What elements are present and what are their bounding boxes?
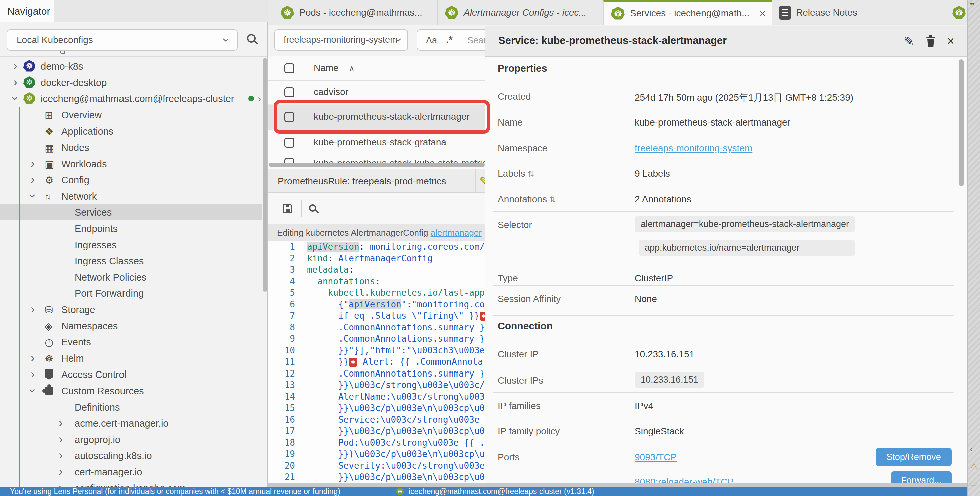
chevron-collapsed-icon[interactable]: ›	[31, 157, 35, 170]
code-line[interactable]: 6 {"apiVersion":"monitoring.coreos.com/v…	[268, 299, 485, 311]
chevron-collapsed-icon[interactable]: ›	[13, 60, 18, 72]
chevron-collapsed-icon[interactable]: ›	[59, 482, 63, 486]
service-name[interactable]: kube-prometheus-stack-grafana	[314, 137, 446, 148]
select-all-checkbox[interactable]	[285, 64, 294, 73]
close-icon[interactable]: ×	[947, 34, 954, 48]
sidebar-item-network[interactable]: ›↑↓Network	[0, 188, 262, 204]
tab-navigator[interactable]: Navigator	[0, 0, 54, 22]
sidebar-item-endpoints[interactable]: Endpoints	[0, 220, 262, 237]
yaml-editor[interactable]: 1apiVersion: monitoring.coreos.com/v12ki…	[268, 241, 485, 486]
sidebar-item-access-control[interactable]: ›Access Control	[0, 366, 262, 383]
chevron-collapsed-icon[interactable]: ›	[31, 304, 35, 315]
sidebar-item-acme-cert-manager-io[interactable]: ›acme.cert-manager.io	[0, 415, 262, 431]
sidebar-item-config[interactable]: ›⚙Config	[0, 172, 262, 188]
sidebar-item-services[interactable]: Services	[0, 204, 262, 220]
chevron-right-icon[interactable]: ›	[258, 93, 261, 105]
regex-toggle[interactable]: .*	[446, 34, 453, 45]
chevron-collapsed-icon[interactable]: ›	[31, 173, 35, 186]
sidebar-item-autoscaling-k8s-io[interactable]: ›autoscaling.k8s.io	[0, 447, 262, 464]
code-line[interactable]: 2kind: AlertmanagerConfig	[268, 253, 485, 265]
match-case-toggle[interactable]: Aa	[426, 35, 437, 46]
code-line[interactable]: 10 }}"}],"html":"\u003ch3\u003e\u003cs	[268, 345, 485, 357]
sidebar-item-cert-manager-io[interactable]: ›cert-manager.io	[0, 464, 262, 480]
code-line[interactable]: 15 }}\u003c/p\u003e\n\u003cp\u003e\u0	[268, 403, 485, 415]
sort-toggle-icon[interactable]: ⇅	[525, 169, 535, 178]
sidebar-item-docker-desktop[interactable]: ›☸docker-desktop	[0, 75, 262, 91]
service-name[interactable]: cadvisor	[314, 87, 348, 97]
code-line[interactable]: 5 kubectl.kubernetes.io/last-applied-con…	[268, 288, 485, 299]
chevron-collapsed-icon[interactable]: ›	[13, 76, 18, 89]
tab-services[interactable]: ☸Services - icecheng@math...×	[603, 0, 772, 25]
code-line[interactable]: 21 }}\u003c/p\u003e\n\u003cp\u003e\u0	[268, 472, 485, 484]
sidebar-scrollbar[interactable]	[263, 58, 267, 292]
sidebar-item-demo-k8s[interactable]: ›☸demo-k8s	[0, 58, 262, 75]
chevron-collapsed-icon[interactable]: ›	[59, 449, 63, 461]
prometheusrule-dock-tab[interactable]: PrometheusRule: freepeals-prod-metrics ✎	[268, 169, 485, 193]
selector-badge[interactable]: app.kubernetes.io/name=alertmanager	[638, 240, 855, 256]
sidebar-item-workloads[interactable]: ›▣Workloads	[0, 156, 262, 172]
stop-remove-button[interactable]: Stop/Remove	[875, 448, 951, 466]
sidebar-item-port-forwarding[interactable]: Port Forwarding	[0, 285, 262, 301]
chevron-expanded-icon[interactable]: ›	[10, 97, 21, 100]
chevron-expanded-icon[interactable]: ›	[27, 194, 39, 198]
code-line[interactable]: 11 }}✱ Alert: {{ .CommonAnnotations	[268, 357, 485, 369]
tab-alertmanager-configs[interactable]: ☸Alertmanager Configs - icec...	[437, 0, 603, 25]
code-line[interactable]: 13 }}\u003c/strong\u003e\u003c/h3\u003e	[268, 380, 485, 391]
sidebar-item-helm[interactable]: ›☸Helm	[0, 350, 262, 367]
tab-release-notes[interactable]: Release Notes	[772, 0, 919, 25]
sidebar-item-applications[interactable]: ❖Applications	[0, 123, 262, 139]
namespace-select[interactable]: freeleaps-monitoring-system ›	[274, 29, 408, 51]
sidebar-item-configuration-konghq-com[interactable]: ›configuration.konghq.com	[0, 480, 262, 486]
code-line[interactable]: 8 .CommonAnnotations.summary }}-	[268, 323, 485, 334]
details-panel-scrollbar[interactable]	[959, 59, 964, 186]
sidebar-item-custom-resources[interactable]: ›Custom Resources	[0, 383, 262, 399]
chevron-collapsed-icon[interactable]: ›	[59, 466, 63, 478]
edit-pencil-icon[interactable]: ✎	[479, 175, 485, 189]
edited-resource-link[interactable]: alertmanager	[431, 227, 482, 238]
selector-badge[interactable]: alertmanager=kube-prometheus-stack-alert…	[635, 216, 855, 232]
row-checkbox[interactable]	[285, 138, 294, 148]
table-row[interactable]: kube-prometheus-stack-grafana	[268, 130, 485, 155]
search-input[interactable]: Aa .* Search	[417, 29, 485, 51]
code-line[interactable]: 16 Service:\u003c/strong\u003e {{ .C	[268, 415, 485, 426]
search-icon[interactable]	[309, 204, 317, 211]
sort-toggle-icon[interactable]: ⇅	[547, 195, 556, 204]
sidebar-item-icecheng-mathmast-com-freeleaps-cluster[interactable]: ›☸icecheng@mathmast.com@freeleaps-cluste…	[0, 91, 262, 107]
code-line[interactable]: 17 }}\u003c/p\u003e\n\u003cp\u003e\u0	[268, 426, 485, 437]
code-line[interactable]: 7 if eq .Status \"firing\" }}✱	[268, 311, 485, 323]
sidebar-item-argoproj-io[interactable]: ›argoproj.io	[0, 431, 262, 448]
close-icon[interactable]: ×	[759, 7, 766, 20]
port-link[interactable]: 9093/TCP	[635, 452, 733, 463]
tab-pods[interactable]: ☸Pods - icecheng@mathmas...	[273, 0, 437, 25]
code-line[interactable]: 3metadata:	[268, 265, 485, 277]
code-line[interactable]: 1apiVersion: monitoring.coreos.com/v1	[268, 242, 485, 253]
code-line[interactable]: 14 AlertName:\u003c/strong\u003e {{ .Co	[268, 391, 485, 403]
column-header-name[interactable]: Name	[314, 63, 339, 73]
sidebar-item-namespaces[interactable]: ◈Namespaces	[0, 318, 262, 334]
code-line[interactable]: 4 annotations:	[268, 277, 485, 288]
sort-ascending-icon[interactable]: ∧	[349, 64, 355, 73]
row-checkbox[interactable]	[285, 87, 294, 97]
sidebar-item-events[interactable]: ◷Events	[0, 334, 262, 350]
connected-cluster-text[interactable]: icecheng@mathmast.com@freeleaps-cluster …	[409, 487, 595, 496]
value-badge[interactable]: 10.233.16.151	[635, 372, 704, 388]
chevron-expanded-icon[interactable]: ›	[27, 388, 39, 393]
chevron-collapsed-icon[interactable]: ›	[59, 417, 63, 429]
sidebar-item-ingress-classes[interactable]: Ingress Classes	[0, 253, 262, 269]
editor-bottom-scrollbar[interactable]	[268, 483, 967, 486]
code-line[interactable]: 19 }})\u003c/p\u003e\n\u003cp\u003e\u	[268, 449, 485, 461]
sidebar-item-definitions[interactable]: Definitions	[0, 399, 262, 415]
edit-pencil-icon[interactable]: ✎	[904, 34, 914, 49]
sidebar-item-ingresses[interactable]: Ingresses	[0, 237, 262, 253]
sidebar-item-network-policies[interactable]: Network Policies	[0, 269, 262, 285]
delete-trash-icon[interactable]	[925, 35, 936, 51]
chevron-collapsed-icon[interactable]: ›	[31, 352, 35, 364]
chevron-collapsed-icon[interactable]: ›	[31, 368, 35, 380]
chevron-collapsed-icon[interactable]: ›	[59, 433, 63, 445]
table-horizontal-scrollbar[interactable]	[269, 162, 485, 167]
code-line[interactable]: 12 .CommonAnnotations.summary }}-	[268, 369, 485, 380]
code-line[interactable]: 20 Severity:\u003c/strong\u003e {{	[268, 461, 485, 472]
sidebar-item-nodes[interactable]: ▦Nodes	[0, 139, 262, 156]
sidebar-item-storage[interactable]: ›⛁Storage	[0, 301, 262, 318]
save-icon[interactable]	[282, 202, 294, 216]
